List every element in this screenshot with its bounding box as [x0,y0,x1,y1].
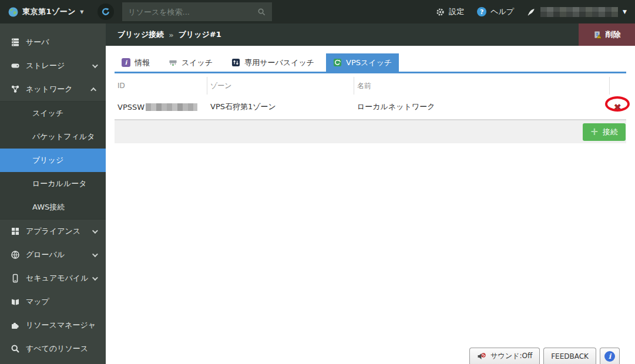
quill-icon [527,8,536,16]
sidebar-item-packet-filter[interactable]: パケットフィルタ [0,125,106,149]
cell-zone: VPS石狩第1ゾーン [207,102,354,112]
sidebar-submenu-network: スイッチ パケットフィルタ ブリッジ ローカルルータ AWS接続 [0,101,106,220]
top-bar: 東京第1ゾーン ▼ 設定 ? ヘルプ [0,0,635,23]
chevron-down-icon [92,62,98,68]
gear-icon [436,8,445,16]
chevron-down-icon [92,251,98,257]
column-header-zone: ゾーン [207,77,354,95]
sound-label: サウンド:Off [490,351,532,361]
cell-id: VPSSW [115,103,207,112]
cell-actions: ✖ [610,102,626,113]
sidebar-item-label: ネットワーク [26,84,73,95]
sidebar-item-all-resources[interactable]: すべてのリソース [0,337,106,360]
app-window: 東京第1ゾーン ▼ 設定 ? ヘルプ [0,0,635,364]
sidebar-item-bridge[interactable]: ブリッジ [0,149,106,172]
tab-label: 情報 [135,58,150,68]
user-chevron-down-icon: ▼ [623,9,627,15]
sidebar-item-label: リソースマネージャ [26,320,96,331]
sidebar-item-switch[interactable]: スイッチ [0,102,106,125]
sidebar-item-aws-connect[interactable]: AWS接続 [0,196,106,219]
delete-button[interactable]: 削除 [579,23,635,46]
breadcrumb-section[interactable]: ブリッジ接続 [117,29,164,40]
top-bar-right: 設定 ? ヘルプ ▼ [436,6,635,17]
globe-zone-icon [8,7,18,17]
search-icon [257,8,266,16]
main-content: i 情報 スイッチ 専用サーバスイッチ VPSスイッチ [106,46,635,364]
help-label: ヘルプ [490,6,514,17]
sidebar-item-label: グローバル [26,250,65,260]
sidebar-item-storage[interactable]: ストレージ [0,54,106,77]
dedicated-server-switch-tab-icon [231,58,240,67]
column-header-name: 名前 [354,77,610,95]
sidebar-item-label: すべてのリソース [26,343,88,354]
sidebar-item-label: ブリッジ [32,155,63,166]
sidebar-item-label: サーバ [26,37,49,48]
vps-switch-tab-icon [333,58,342,67]
sidebar-item-label: ローカルルータ [32,178,87,189]
sidebar-item-resource-manager[interactable]: リソースマネージャ [0,314,106,337]
sidebar-item-appliance[interactable]: アプライアンス [0,220,106,243]
disconnect-x-button[interactable]: ✖ [613,102,623,113]
column-header-actions [610,77,626,95]
plus-icon: + [590,127,599,137]
tab-switch[interactable]: スイッチ [162,53,220,72]
sidebar-item-server[interactable]: サーバ [0,31,106,54]
table-row[interactable]: VPSSW VPS石狩第1ゾーン ローカルネットワーク ✖ [115,95,626,119]
sidebar-item-global[interactable]: グローバル [0,243,106,267]
breadcrumb-separator: » [169,31,173,39]
breadcrumb-page: ブリッジ#1 [179,29,221,40]
user-menu[interactable]: ▼ [527,7,627,17]
page-info-button[interactable]: i [600,348,620,364]
network-icon [11,85,20,94]
settings-label: 設定 [449,6,464,17]
breadcrumb: ブリッジ接続 » ブリッジ#1 [106,29,221,40]
storage-icon [11,61,20,70]
info-tab-icon: i [122,58,130,67]
id-redacted [146,103,197,111]
feedback-button[interactable]: FEEDBACK [543,348,596,364]
search-input[interactable] [128,8,257,16]
tab-label: スイッチ [182,58,213,68]
tab-dedicated-server-switch[interactable]: 専用サーバスイッチ [224,53,321,72]
chevron-down-icon [92,228,98,234]
help-icon: ? [477,7,486,16]
sidebar-item-label: アプライアンス [26,226,80,237]
speaker-muted-icon [477,352,486,360]
server-icon [11,38,20,47]
vps-switch-table: ID ゾーン 名前 VPSSW VPS石狩第1ゾーン ローカルネットワーク ✖ [115,73,626,119]
search-box [122,2,272,21]
zone-selector[interactable]: 東京第1ゾーン ▼ [0,0,87,23]
sidebar-item-network[interactable]: ネットワーク [0,77,106,101]
connect-button[interactable]: + 接続 [583,123,626,141]
id-prefix: VPSSW [117,103,145,112]
chevron-down-icon: ▼ [80,9,83,15]
delete-warning-icon [593,31,602,39]
mobile-icon [11,274,20,283]
tab-label: VPSスイッチ [346,58,392,68]
help-button[interactable]: ? ヘルプ [477,6,514,17]
info-icon: i [604,351,615,362]
settings-button[interactable]: 設定 [436,6,464,17]
delete-label: 削除 [606,29,621,40]
sidebar-item-local-router[interactable]: ローカルルータ [0,172,106,196]
refresh-icon [101,7,110,16]
sidebar-item-map[interactable]: マップ [0,290,106,314]
sidebar-item-label: マップ [26,296,49,307]
sidebar-item-label: スイッチ [32,108,63,119]
sidebar-item-label: ストレージ [26,60,65,71]
sidebar-item-label: AWS接続 [32,202,65,213]
tab-info[interactable]: i 情報 [115,53,157,72]
content-header: ブリッジ接続 » ブリッジ#1 削除 [106,23,635,46]
sidebar-item-label: セキュアモバイル [26,273,88,284]
username-redacted [540,7,618,17]
tab-vps-switch[interactable]: VPSスイッチ [326,53,399,72]
sidebar-item-secure-mobile[interactable]: セキュアモバイル [0,267,106,290]
column-header-id: ID [115,77,207,95]
cell-name: ローカルネットワーク [354,102,610,112]
zone-label: 東京第1ゾーン [22,6,76,17]
appliance-grid-icon [11,227,20,236]
globe-icon [11,250,20,259]
refresh-button[interactable] [98,4,114,20]
sound-toggle-button[interactable]: サウンド:Off [469,348,540,364]
chevron-up-icon [90,87,96,93]
